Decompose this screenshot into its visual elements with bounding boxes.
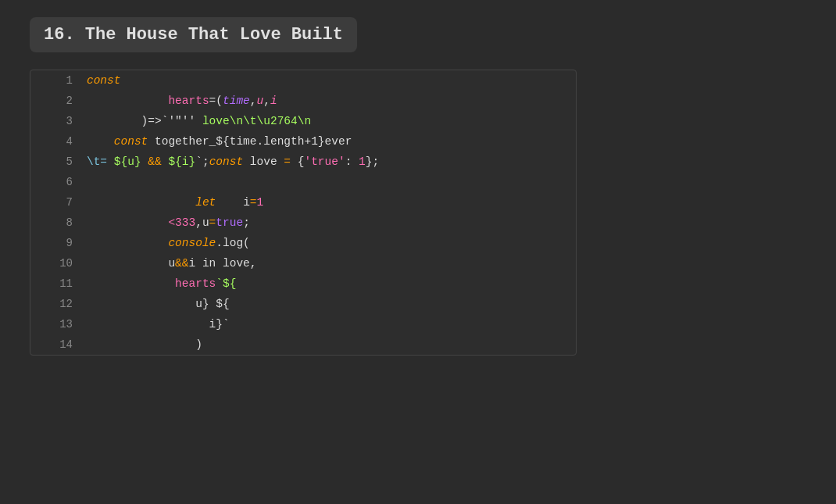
line-number: 2 [30, 91, 84, 111]
code-line: ) [84, 334, 576, 355]
line-number: 9 [30, 233, 84, 253]
table-row: 1const [30, 70, 576, 91]
line-number: 7 [30, 192, 84, 213]
line-number: 3 [30, 111, 84, 131]
code-table: 1const2 hearts=(time,u,i3 )=>`'"'' love\… [30, 70, 576, 355]
code-line: console.log( [84, 233, 576, 253]
table-row: 12 u} ${ [30, 294, 576, 314]
line-number: 6 [30, 172, 84, 192]
code-line: u} ${ [84, 294, 576, 314]
line-number: 12 [30, 294, 84, 314]
table-row: 3 )=>`'"'' love\n\t\u2764\n [30, 111, 576, 131]
line-number: 11 [30, 273, 84, 294]
code-line: hearts`${ [84, 273, 576, 294]
line-number: 1 [30, 70, 84, 91]
code-line: let i=1 [84, 192, 576, 213]
code-line: const [84, 70, 576, 91]
code-line: <333,u=true; [84, 213, 576, 233]
code-editor: 1const2 hearts=(time,u,i3 )=>`'"'' love\… [30, 70, 577, 356]
table-row: 8 <333,u=true; [30, 213, 576, 233]
line-number: 5 [30, 152, 84, 172]
code-line: u&&i in love, [84, 253, 576, 273]
code-line: i}` [84, 314, 576, 334]
table-row: 6 [30, 172, 576, 192]
table-row: 9 console.log( [30, 233, 576, 253]
line-number: 14 [30, 334, 84, 355]
table-row: 14 ) [30, 334, 576, 355]
table-row: 7 let i=1 [30, 192, 576, 213]
code-line: const together_${time.length+1}ever [84, 131, 576, 152]
code-line: )=>`'"'' love\n\t\u2764\n [84, 111, 576, 131]
line-number: 4 [30, 131, 84, 152]
code-line: \t= ${u} && ${i}`;const love = {'true': … [84, 152, 576, 172]
table-row: 5\t= ${u} && ${i}`;const love = {'true':… [30, 152, 576, 172]
line-number: 10 [30, 253, 84, 273]
table-row: 13 i}` [30, 314, 576, 334]
code-line: hearts=(time,u,i [84, 91, 576, 111]
table-row: 2 hearts=(time,u,i [30, 91, 576, 111]
line-number: 13 [30, 314, 84, 334]
table-row: 11 hearts`${ [30, 273, 576, 294]
table-row: 4 const together_${time.length+1}ever [30, 131, 576, 152]
line-number: 8 [30, 213, 84, 233]
title-badge: 16. The House That Love Built [30, 17, 357, 52]
table-row: 10 u&&i in love, [30, 253, 576, 273]
code-line [84, 172, 576, 192]
